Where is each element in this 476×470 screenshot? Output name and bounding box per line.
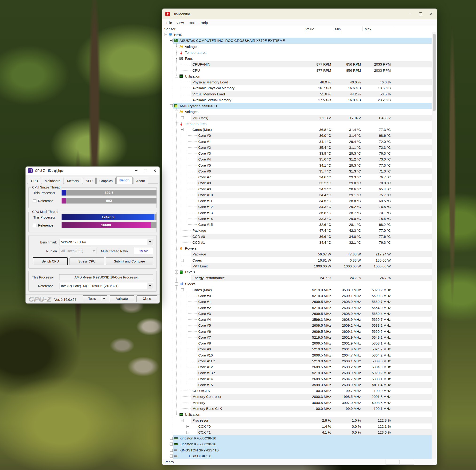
sensor-row[interactable]: CPUFANIN877 RPM856 RPM2033 RPM [162, 61, 432, 67]
sensor-row[interactable]: Core #1034.4 °C29.1 °C75.7 °C [162, 192, 432, 198]
sensor-row[interactable]: Core #1134.5 °C28.8 °C69.5 °C [162, 198, 432, 204]
sensor-row[interactable]: Core #122609.5 MHz2609.2 MHz5804.9 MHz [162, 364, 432, 370]
sensor-row[interactable]: PPT Limit1000.00 W1000.00 W1000.00 W [162, 263, 432, 269]
st-reference-checkbox[interactable] [33, 199, 36, 203]
tab-mainboard[interactable]: Mainboard [42, 178, 63, 184]
sensor-row[interactable]: VID (Max)1.113 V0.794 V1.438 V [162, 115, 432, 121]
sensor-row[interactable]: Core #32609.5 MHz2608.9 MHz5659.4 MHz [162, 311, 432, 316]
sensor-row[interactable]: Processor2.8 %1.0 %122.8 % [162, 417, 432, 423]
sensor-row[interactable]: Core #333.9 °C29.3 °C76.3 °C [162, 150, 432, 156]
sensor-row[interactable]: Core #52609.5 MHz2609.2 MHz5688.2 MHz [162, 322, 432, 328]
tab-spd[interactable]: SPD [83, 178, 96, 184]
column-divider[interactable] [362, 27, 362, 31]
sensor-row[interactable]: Core #153599.3 MHz2608.9 MHz5811.4 MHz [162, 382, 432, 388]
sensor-row[interactable]: Core #82609.5 MHz2601.9 MHz5803.1 MHz [162, 340, 432, 346]
tab-memory[interactable]: Memory [64, 178, 82, 184]
sensor-row[interactable]: Core #62609.5 MHz2609.1 MHz5660.5 MHz [162, 329, 432, 334]
column-min[interactable]: Min [335, 26, 341, 32]
sensor-row[interactable]: Virtual Memory Load51.6 %44.2 %53.5 % [162, 91, 432, 97]
menu-view[interactable]: View [174, 21, 186, 25]
column-divider[interactable] [333, 27, 333, 31]
sensor-row[interactable]: CPU877 RPM856 RPM2033 RPM [162, 68, 432, 73]
sensor-row[interactable]: Package47.4 °C42.3 °C77.0 °C [162, 227, 432, 233]
minimize-button[interactable] [404, 9, 415, 19]
device-row[interactable]: USB DISK 3.0 [162, 453, 432, 459]
column-max[interactable]: Max [365, 26, 371, 32]
sensor-row[interactable]: Available Physical Memory16.7 GB16.6 GB1… [162, 85, 432, 91]
column-divider[interactable] [303, 27, 303, 31]
reference-processor-select[interactable]: Intel(R) Core(TM) i9-13900K (24C/32T) [59, 283, 153, 289]
sensor-row[interactable]: Core #75219.0 MHz2601.9 MHz5648.2 MHz [162, 334, 432, 340]
stress-cpu-button[interactable]: Stress CPU [69, 257, 104, 265]
device-row[interactable]: KINGSTON SFYR2S4T0 [162, 447, 432, 453]
vertical-scrollbar[interactable] [432, 32, 436, 459]
close-button[interactable] [426, 9, 437, 19]
category-row[interactable]: Voltages [162, 109, 432, 115]
dropdown-button[interactable] [147, 239, 153, 245]
category-row[interactable]: Clocks [162, 281, 432, 287]
sensor-row[interactable]: Available Virtual Memory17.5 GB16.8 GB20… [162, 97, 432, 103]
close-button[interactable] [150, 167, 159, 174]
sensor-row[interactable]: Cores16.81 W6.88 W185.60 W [162, 257, 432, 263]
category-row[interactable]: Utilization [162, 412, 432, 417]
sensor-row[interactable]: Core #11 *5219.0 MHz2609.1 MHz5889.8 MHz [162, 358, 432, 364]
tab-graphics[interactable]: Graphics [96, 178, 116, 184]
sensor-row[interactable]: Energy Performance24.7 %24.7 %24.7 % [162, 275, 432, 281]
tab-bench[interactable]: Bench [116, 176, 133, 184]
sensor-row[interactable]: Core #134.1 °C29.4 °C72.0 °C [162, 139, 432, 144]
mt-reference-checkbox[interactable] [33, 224, 36, 227]
device-row[interactable]: HEINI [162, 32, 432, 38]
menu-tools[interactable]: Tools [186, 21, 198, 25]
cpuz-titlebar[interactable]: CPU-Z - ID : qkjhpv [26, 167, 159, 174]
hwmonitor-titlebar[interactable]: HWMonitor [162, 9, 437, 19]
column-value[interactable]: Value [306, 26, 314, 32]
device-row[interactable]: ASUSTeK COMPUTER INC. ROG CROSSHAIR X870… [162, 38, 432, 43]
category-row[interactable]: Powers [162, 245, 432, 251]
sensor-row[interactable]: Core #1234.3 °C29.2 °C76.5 °C [162, 204, 432, 210]
device-row[interactable]: AMD Ryzen 9 9950X3D [162, 103, 432, 109]
scrollbar-thumb[interactable] [433, 34, 436, 111]
sensor-row[interactable]: Core #1336.8 °C28.7 °C70.1 °C [162, 210, 432, 216]
menu-help[interactable]: Help [198, 21, 210, 25]
sensor-row[interactable]: Core #435.6 °C31.2 °C73.0 °C [162, 156, 432, 162]
menu-file[interactable]: File [164, 21, 174, 25]
device-row[interactable]: Kingston KF580C38-16 [162, 435, 432, 441]
minimize-button[interactable] [131, 167, 141, 174]
sensor-row[interactable]: Core #43599.3 MHz2608.9 MHz5669.7 MHz [162, 316, 432, 322]
sensor-row[interactable]: Core #934.3 °C28.6 °C65.4 °C [162, 186, 432, 192]
sensor-row[interactable]: CCD #134.4 °C32.1 °C76.3 °C [162, 240, 432, 245]
sensor-row[interactable]: Physical Memory Load46.0 %40.0 %46.0 % [162, 79, 432, 85]
tab-cpu[interactable]: CPU [28, 178, 41, 184]
sensor-row[interactable]: Memory4000.5 MHz3997.0 MHz4003.5 MHz [162, 400, 432, 406]
resize-grip[interactable] [433, 461, 436, 464]
sensor-row[interactable]: Core #534.1 °C29.3 °C77.3 °C [162, 162, 432, 168]
category-row[interactable]: Fans [162, 55, 432, 61]
sensor-row[interactable]: Core #1532.6 °C28.1 °C68.2 °C [162, 222, 432, 227]
sensor-row[interactable]: CCX #14.1 %0.0 %123.6 % [162, 429, 432, 435]
column-divider[interactable] [393, 27, 393, 31]
close-button[interactable]: Close [136, 296, 157, 302]
sensor-row[interactable]: Cores (Max)36.8 °C31.4 °C77.3 °C [162, 127, 432, 133]
benchmark-version-select[interactable]: Version 17.01.64 [59, 239, 153, 245]
column-sensor[interactable]: Sensor [164, 26, 175, 32]
sensor-row[interactable]: Core #036.0 °C31.4 °C68.6 °C [162, 133, 432, 139]
sensor-row[interactable]: Core #95219.0 MHz2601.9 MHz5824.7 MHz [162, 346, 432, 352]
validate-button[interactable]: Validate [110, 296, 134, 302]
sensor-row[interactable]: Core #102609.5 MHz2604.7 MHz5864.2 MHz [162, 352, 432, 358]
category-row[interactable]: Voltages [162, 44, 432, 50]
sensor-row[interactable]: Memory Base CLK100.0 MHz99.9 MHz100.1 MH… [162, 406, 432, 412]
sensor-row[interactable]: Core #734.6 °C29.3 °C76.7 °C [162, 174, 432, 180]
expand-toggle-expanded[interactable] [164, 33, 167, 36]
bench-cpu-button[interactable]: Bench CPU [33, 257, 68, 265]
sensor-row[interactable]: Core #833.2 °C29.0 °C70.8 °C [162, 180, 432, 186]
tab-about[interactable]: About [133, 178, 148, 184]
sensor-row[interactable]: Memory Controller2000.3 MHz1998.5 MHz200… [162, 394, 432, 400]
sensor-row[interactable]: CCD #036.6 °C34.0 °C77.6 °C [162, 234, 432, 240]
sensor-row[interactable]: Cores (Max)5219.0 MHz3598.9 MHz5920.2 MH… [162, 287, 432, 293]
category-row[interactable]: Levels [162, 269, 432, 275]
category-row[interactable]: Temperatures [162, 50, 432, 55]
sensor-row[interactable]: Package56.07 W47.38 W217.24 W [162, 251, 432, 257]
category-row[interactable]: Temperatures [162, 121, 432, 127]
device-row[interactable]: Kingston KF580C38-16 [162, 441, 432, 447]
category-row[interactable]: Utilization [162, 73, 432, 79]
